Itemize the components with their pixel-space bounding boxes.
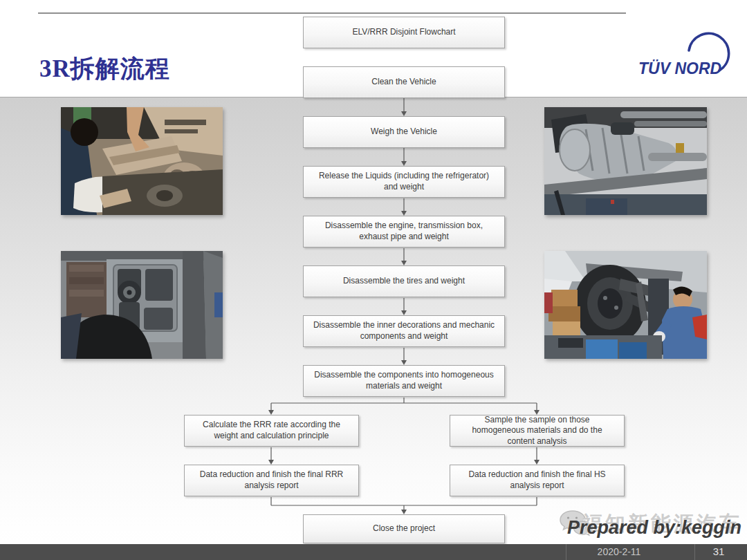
flow-box-sample-analysis: Sample the sample on those homogeneous m…: [450, 415, 625, 447]
footer-page-number: 31: [701, 545, 736, 557]
logo-text: TÜV NORD: [638, 59, 721, 77]
tuv-nord-logo: TÜV NORD: [626, 28, 740, 82]
wheel-suspension-worker-photo: [544, 251, 707, 359]
flow-box-rrr-report: Data reduction and finish the final RRR …: [184, 465, 359, 496]
flow-box-homogeneous-materials: Disassemble the components into homogene…: [303, 365, 505, 397]
page-title: 3R拆解流程: [39, 53, 170, 85]
flow-box-disassemble-engine: Disassemble the engine, transmission box…: [303, 216, 505, 248]
flow-box-close-project: Close the project: [303, 514, 505, 543]
footer-bar: 2020-2-11 31: [0, 544, 747, 560]
flow-box-inner-decorations: Disassemble the inner decorations and me…: [303, 315, 505, 347]
door-inner-panel-photo: [61, 251, 223, 359]
footer-date: 2020-2-11: [574, 546, 664, 557]
transmission-underbody-photo: [544, 107, 707, 215]
flow-box-clean-vehicle: Clean the Vehicle: [303, 66, 505, 98]
slide: 3R拆解流程 TÜV NORD: [0, 0, 747, 560]
flow-box-weigh-vehicle: Weigh the Vehicle: [303, 116, 505, 148]
wheel-photo-graphic: [544, 251, 707, 359]
footer-divider-right: [694, 544, 695, 560]
interior-photo-graphic: [61, 107, 223, 215]
header-divider-line: [38, 12, 626, 14]
flow-box-disassemble-tires: Disassemble the tires and weight: [303, 265, 505, 297]
transmission-photo-graphic: [544, 107, 707, 215]
footer-divider-left: [566, 544, 566, 560]
logo-arc-icon: TÜV NORD: [626, 28, 740, 82]
flow-box-calculate-rrr: Calculate the RRR rate according the wei…: [184, 415, 359, 447]
flow-box-hs-report: Data reduction and finish the final HS a…: [450, 465, 625, 496]
door-panel-photo-graphic: [61, 251, 223, 359]
prepared-by-watermark: Prepared by:keggin: [567, 517, 741, 539]
flow-box-release-liquids: Release the Liquids (including the refri…: [303, 166, 505, 198]
interior-console-disassembly-photo: [61, 107, 223, 215]
flow-box-title: ELV/RRR Disjoint Flowchart: [303, 17, 505, 48]
